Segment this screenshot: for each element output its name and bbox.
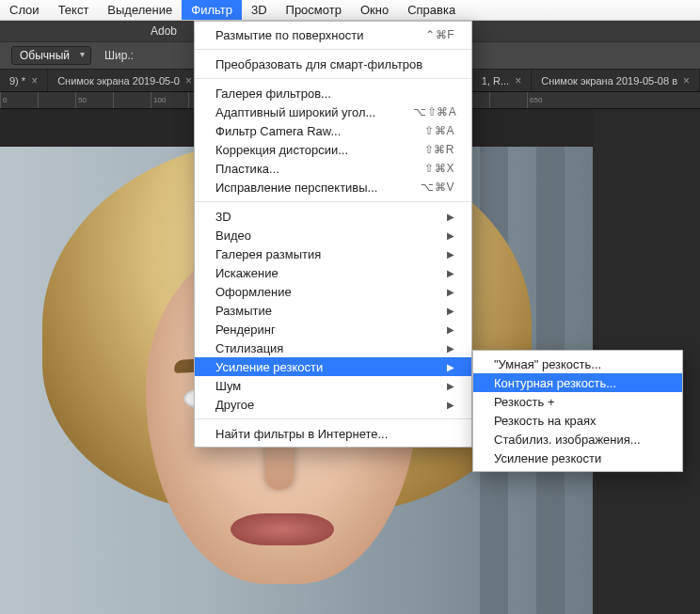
blend-mode-dropdown[interactable]: Обычный — [11, 46, 91, 65]
ruler-tick: 0 — [0, 92, 38, 108]
submenu-arrow-icon: ▶ — [447, 268, 454, 278]
menu-item-label: Другое — [215, 398, 254, 412]
ruler-tick — [113, 92, 151, 108]
menu-item-label: "Умная" резкость... — [494, 357, 601, 371]
ruler-tick — [38, 92, 75, 108]
menu-item-blur-gallery[interactable]: Галерея размытия▶ — [195, 244, 471, 263]
tab-label: Снимок экрана 2019-05-08 в — [541, 75, 677, 87]
submenu-arrow-icon: ▶ — [447, 324, 454, 335]
submenu-arrow-icon: ▶ — [447, 400, 454, 410]
ruler-tick: 650 — [527, 92, 565, 108]
submenu-item-shake-reduction[interactable]: Стабилиз. изображения... — [473, 430, 682, 449]
menu-shortcut: ⌥⌘V — [421, 181, 454, 194]
menu-item-vanishing-point[interactable]: Исправление перспективы...⌥⌘V — [195, 178, 471, 197]
submenu-arrow-icon: ▶ — [447, 230, 454, 241]
tab-label: 1, R... — [482, 75, 509, 87]
tab-label: 9) * — [9, 75, 25, 87]
menu-item-stylize[interactable]: Стилизация▶ — [195, 338, 471, 357]
menu-item-label: Коррекция дисторсии... — [215, 143, 348, 157]
menu-shortcut: ⌃⌘F — [425, 28, 454, 41]
width-label: Шир.: — [104, 49, 134, 62]
menu-item-3d[interactable]: 3D▶ — [195, 207, 471, 226]
submenu-arrow-icon: ▶ — [447, 381, 454, 391]
tab-label: Снимок экрана 2019-05-0 — [57, 75, 180, 87]
menu-window[interactable]: Окно — [351, 0, 398, 20]
menu-item-label: Резкость на краях — [494, 414, 597, 428]
menu-shortcut: ⇧⌘X — [424, 162, 454, 175]
menu-separator — [195, 78, 471, 79]
menu-item-adaptive-wide[interactable]: Адаптивный широкий угол...⌥⇧⌘A — [195, 102, 471, 121]
sharpen-submenu: "Умная" резкость... Контурная резкость..… — [472, 350, 683, 472]
submenu-item-unsharp-mask[interactable]: Контурная резкость... — [473, 373, 682, 392]
submenu-item-sharpen-edges[interactable]: Резкость на краях — [473, 411, 682, 430]
menu-shortcut: ⇧⌘R — [424, 143, 454, 156]
menu-item-liquify[interactable]: Пластика...⇧⌘X — [195, 159, 471, 178]
menu-item-distort[interactable]: Искажение▶ — [195, 263, 471, 282]
tab-doc-2[interactable]: Снимок экрана 2019-05-0× — [48, 70, 202, 91]
menu-separator — [195, 49, 471, 50]
menu-item-label: Исправление перспективы... — [215, 181, 377, 195]
menu-separator — [195, 201, 471, 202]
menu-layers[interactable]: Слои — [0, 0, 49, 20]
ruler-tick: 100 — [151, 92, 188, 108]
menu-item-lens-correction[interactable]: Коррекция дисторсии...⇧⌘R — [195, 140, 471, 159]
tab-doc-3[interactable]: 1, R...× — [472, 70, 532, 91]
menu-item-filter-gallery[interactable]: Галерея фильтров... — [195, 84, 471, 102]
submenu-arrow-icon: ▶ — [447, 362, 454, 372]
menu-text[interactable]: Текст — [49, 0, 99, 20]
menu-item-label: Резкость + — [494, 395, 555, 409]
menu-item-convert-smart[interactable]: Преобразовать для смарт-фильтров — [195, 55, 471, 73]
menu-item-label: Стабилиз. изображения... — [494, 433, 641, 447]
menu-item-blur[interactable]: Размытие▶ — [195, 301, 471, 320]
submenu-arrow-icon: ▶ — [447, 343, 454, 354]
menu-item-other[interactable]: Другое▶ — [195, 395, 471, 414]
menu-item-label: Усиление резкости — [494, 451, 601, 465]
menu-help[interactable]: Справка — [398, 0, 465, 20]
filter-menu: Размытие по поверхности ⌃⌘F Преобразоват… — [194, 21, 472, 448]
menu-item-label: 3D — [215, 210, 231, 224]
app-name: Adob — [151, 24, 177, 38]
menu-item-render[interactable]: Рендеринг▶ — [195, 320, 471, 338]
submenu-item-smart-sharpen[interactable]: "Умная" резкость... — [473, 354, 682, 373]
submenu-arrow-icon: ▶ — [447, 212, 454, 222]
menu-item-label: Рендеринг — [215, 323, 276, 337]
tab-doc-1[interactable]: 9) *× — [0, 70, 48, 91]
menu-item-last-filter[interactable]: Размытие по поверхности ⌃⌘F — [195, 25, 471, 44]
menu-item-label: Оформление — [215, 285, 292, 299]
menu-item-label: Шум — [215, 379, 241, 393]
close-icon[interactable]: × — [31, 74, 38, 87]
submenu-arrow-icon: ▶ — [447, 249, 454, 260]
menu-item-label: Стилизация — [215, 341, 283, 355]
app-menubar: Слои Текст Выделение Фильтр 3D Просмотр … — [0, 0, 700, 21]
menu-item-browse-filters[interactable]: Найти фильтры в Интернете... — [195, 424, 471, 443]
menu-item-label: Фильтр Camera Raw... — [215, 124, 341, 138]
menu-item-label: Галерея размытия — [215, 247, 321, 261]
close-icon[interactable]: × — [185, 74, 192, 87]
menu-item-label: Усиление резкости — [215, 360, 323, 374]
tab-doc-4[interactable]: Снимок экрана 2019-05-08 в× — [532, 70, 700, 91]
menu-item-label: Размытие — [215, 304, 272, 318]
submenu-item-sharpen-more[interactable]: Резкость + — [473, 392, 682, 411]
menu-item-sharpen[interactable]: Усиление резкости▶ — [195, 357, 471, 376]
ruler-tick: 50 — [75, 92, 113, 108]
submenu-item-sharpen[interactable]: Усиление резкости — [473, 449, 682, 467]
menu-3d[interactable]: 3D — [242, 0, 277, 20]
menu-item-label: Найти фильтры в Интернете... — [215, 427, 388, 441]
menu-view[interactable]: Просмотр — [277, 0, 351, 20]
menu-item-label: Видео — [215, 228, 251, 243]
menu-item-video[interactable]: Видео▶ — [195, 226, 471, 244]
menu-shortcut: ⌥⇧⌘A — [413, 105, 456, 118]
menu-item-pixelate[interactable]: Оформление▶ — [195, 282, 471, 301]
submenu-arrow-icon: ▶ — [447, 306, 454, 316]
close-icon[interactable]: × — [515, 74, 521, 87]
menu-selection[interactable]: Выделение — [98, 0, 182, 20]
menu-separator — [195, 418, 471, 419]
menu-item-label: Размытие по поверхности — [215, 28, 363, 42]
menu-item-camera-raw[interactable]: Фильтр Camera Raw...⇧⌘A — [195, 121, 471, 140]
menu-item-label: Преобразовать для смарт-фильтров — [215, 57, 422, 71]
close-icon[interactable]: × — [683, 74, 690, 87]
menu-filter[interactable]: Фильтр — [182, 0, 242, 20]
submenu-arrow-icon: ▶ — [447, 287, 454, 297]
menu-item-noise[interactable]: Шум▶ — [195, 376, 471, 395]
menu-item-label: Адаптивный широкий угол... — [215, 105, 375, 119]
